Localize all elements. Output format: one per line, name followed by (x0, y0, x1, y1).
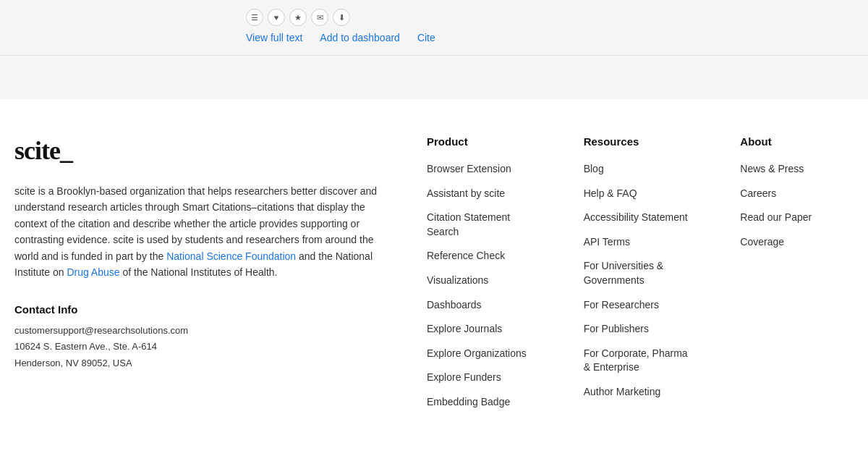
footer-col-product: Product Browser Extension Assistant by s… (427, 135, 540, 420)
drug-abuse-link[interactable]: Drug Abuse (67, 266, 119, 278)
list-item: Reference Check (427, 249, 540, 263)
reference-check-link[interactable]: Reference Check (427, 250, 505, 261)
list-item: Dashboards (427, 298, 540, 313)
list-item: API Terms (584, 235, 697, 250)
list-item: News & Press (740, 162, 854, 177)
list-item: Accessibility Statement (584, 211, 697, 225)
contact-email: customersupport@researchsolutions.com (14, 323, 398, 339)
contact-info: customersupport@researchsolutions.com 10… (14, 323, 398, 371)
list-item: Blog (584, 162, 697, 177)
citation-search-link[interactable]: Citation Statement Search (427, 211, 510, 237)
list-item: For Publishers (584, 322, 697, 337)
corporate-link[interactable]: For Corporate, Pharma & Enterprise (584, 347, 688, 373)
author-marketing-link[interactable]: Author Marketing (584, 386, 661, 397)
list-item: For Universities & Governments (584, 259, 697, 287)
accessibility-link[interactable]: Accessibility Statement (584, 211, 688, 223)
brand-description: scite is a Brooklyn-based organization t… (14, 183, 398, 280)
list-item: For Researchers (584, 298, 697, 313)
action-icons: ☰ ♥ ★ ✉ ⬇ (246, 9, 868, 26)
list-item: Explore Funders (427, 371, 540, 385)
product-title: Product (427, 135, 540, 148)
browser-extension-link[interactable]: Browser Extension (427, 163, 511, 174)
icon-5: ⬇ (333, 9, 350, 26)
read-paper-link[interactable]: Read our Paper (740, 211, 854, 225)
list-item: Careers (740, 187, 854, 201)
help-faq-link[interactable]: Help & FAQ (584, 187, 637, 199)
view-full-text-link[interactable]: View full text (246, 32, 302, 43)
icon-4: ✉ (311, 9, 328, 26)
top-bar-links: View full text Add to dashboard Cite (246, 32, 868, 43)
contact-title: Contact Info (14, 303, 398, 316)
explore-journals-link[interactable]: Explore Journals (427, 323, 502, 334)
embedding-badge-link[interactable]: Embedding Badge (427, 396, 510, 408)
list-item: Help & FAQ (584, 187, 697, 201)
careers-link[interactable]: Careers (740, 187, 776, 199)
list-item: Browser Extension (427, 162, 540, 177)
icon-2: ♥ (268, 9, 285, 26)
contact-address2: Henderson, NV 89052, USA (14, 355, 398, 371)
top-bar: ☰ ♥ ★ ✉ ⬇ View full text Add to dashboar… (0, 0, 868, 56)
list-item: Citation Statement Search (427, 211, 540, 239)
coverage-link[interactable]: Coverage (740, 236, 784, 248)
contact-section: Contact Info customersupport@researchsol… (14, 303, 398, 371)
icon-3: ★ (289, 9, 307, 26)
brand-logo: scite_ (14, 135, 398, 166)
add-to-dashboard-link[interactable]: Add to dashboard (320, 32, 400, 43)
footer-brand: scite_ scite is a Brooklyn-based organiz… (14, 135, 398, 420)
footer-columns: Product Browser Extension Assistant by s… (427, 135, 854, 420)
list-item: Read our Paper (740, 211, 854, 225)
explore-orgs-link[interactable]: Explore Organizations (427, 347, 527, 359)
researchers-link[interactable]: For Researchers (584, 299, 659, 311)
divider (0, 56, 868, 99)
list-item: Author Marketing (584, 385, 697, 400)
footer: scite_ scite is a Brooklyn-based organiz… (0, 99, 868, 449)
explore-funders-link[interactable]: Explore Funders (427, 371, 501, 383)
api-terms-link[interactable]: API Terms (584, 236, 630, 248)
dashboards-link[interactable]: Dashboards (427, 299, 482, 311)
list-item: Visualizations (427, 274, 540, 288)
about-title: About (740, 135, 854, 148)
universities-link[interactable]: For Universities & Governments (584, 260, 663, 286)
about-list: News & Press Careers Read our Paper Cove… (740, 162, 854, 249)
list-item: For Corporate, Pharma & Enterprise (584, 347, 697, 375)
list-item: Explore Journals (427, 322, 540, 337)
contact-address1: 10624 S. Eastern Ave., Ste. A-614 (14, 339, 398, 355)
blog-link[interactable]: Blog (584, 163, 604, 174)
publishers-link[interactable]: For Publishers (584, 323, 649, 334)
assistant-link[interactable]: Assistant by scite (427, 187, 505, 199)
resources-list: Blog Help & FAQ Accessibility Statement … (584, 162, 697, 400)
icon-1: ☰ (246, 9, 263, 26)
nsf-link[interactable]: National Science Foundation (166, 250, 296, 262)
list-item: Explore Organizations (427, 347, 540, 361)
resources-title: Resources (584, 135, 697, 148)
product-list: Browser Extension Assistant by scite Cit… (427, 162, 540, 410)
footer-col-about: About News & Press Careers Read our Pape… (740, 135, 854, 420)
list-item: Assistant by scite (427, 187, 540, 201)
news-press-link[interactable]: News & Press (740, 163, 804, 174)
footer-col-resources: Resources Blog Help & FAQ Accessibility … (584, 135, 697, 420)
cite-link[interactable]: Cite (417, 32, 435, 43)
list-item: Coverage (740, 235, 854, 250)
visualizations-link[interactable]: Visualizations (427, 274, 488, 286)
list-item: Embedding Badge (427, 395, 540, 410)
